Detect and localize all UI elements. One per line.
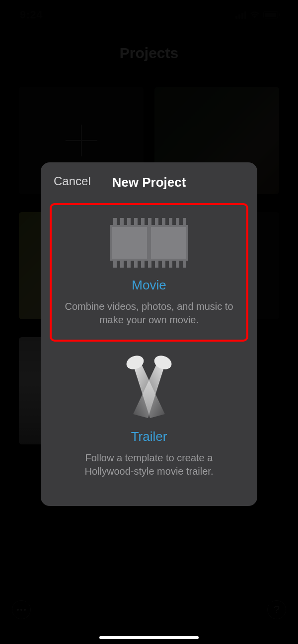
option-description: Combine videos, photos, and music to mak… [65, 300, 233, 327]
spotlights-icon [60, 355, 238, 419]
new-project-sheet: Cancel New Project Movie Combine videos,… [41, 162, 257, 506]
option-trailer[interactable]: Trailer Follow a template to create a Ho… [51, 341, 247, 492]
cancel-button[interactable]: Cancel [54, 174, 91, 188]
sheet-title: New Project [112, 175, 186, 190]
filmstrip-icon [60, 218, 238, 268]
home-indicator[interactable] [99, 636, 199, 639]
option-title: Trailer [60, 429, 238, 444]
option-movie[interactable]: Movie Combine videos, photos, and music … [51, 204, 247, 341]
option-description: Follow a template to create a Hollywood-… [65, 451, 233, 478]
option-title: Movie [60, 278, 238, 293]
sheet-header: Cancel New Project [51, 172, 247, 192]
